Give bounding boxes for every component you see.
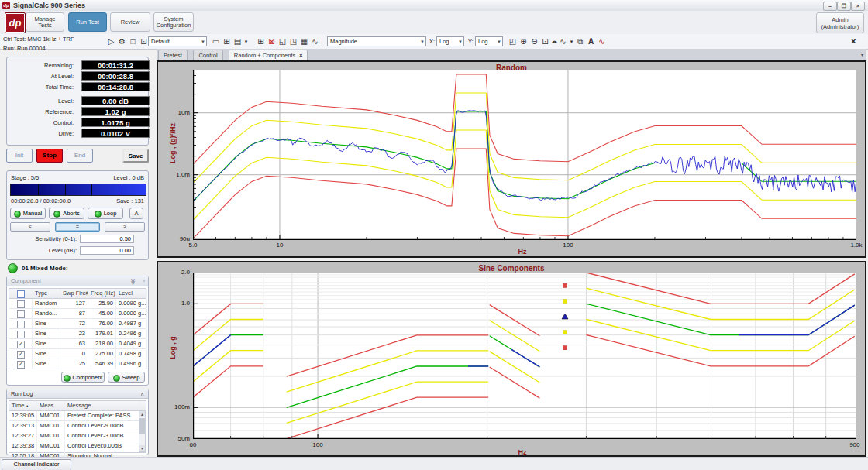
stop-square-icon[interactable]: □ — [128, 36, 138, 46]
settings-gear-icon[interactable]: ⚙ — [117, 36, 127, 46]
new-layout-icon[interactable]: ▭ — [211, 36, 221, 46]
collapse-chevrons-icon[interactable]: ≫ — [128, 279, 137, 285]
x-scale-select[interactable]: Log▼ — [436, 36, 464, 46]
zoom-in-icon[interactable]: ⊕ — [518, 36, 529, 46]
component-table-row[interactable]: Random12725.900.0090 g... — [9, 299, 146, 309]
run-log-col-header[interactable]: Meas — [37, 401, 65, 410]
delete-graph-icon[interactable]: ⊠ — [267, 36, 277, 46]
scroll-thumb[interactable] — [140, 418, 145, 434]
fit-scale-icon[interactable]: ◰ — [508, 36, 518, 46]
chart-tab-control[interactable]: Control — [193, 50, 222, 61]
close-pane-icon[interactable]: × — [851, 36, 856, 46]
checkbox-icon[interactable]: ✓ — [17, 361, 25, 369]
restore-button[interactable]: ❐ — [837, 2, 851, 11]
pin-icon[interactable]: ▫ — [143, 276, 145, 286]
ctrl-button-init[interactable]: Init — [6, 149, 33, 163]
add-window-icon[interactable]: ⊞ — [222, 36, 232, 46]
harmonic-cursor-icon[interactable]: ∿ — [597, 36, 607, 46]
collapse-chevron-icon[interactable]: ∧ — [140, 389, 144, 399]
function-select[interactable]: Magnitude▼ — [327, 36, 426, 46]
random-chart-plot[interactable] — [193, 70, 856, 240]
run-log-row[interactable]: 12:39:13MMC01Control Level:-9.00dB — [9, 421, 146, 431]
component-table-row[interactable]: Sine7276.000.4987 g — [9, 319, 146, 329]
component-checkbox-cell[interactable]: ✓ — [9, 349, 33, 359]
restore-window-icon[interactable]: ◱ — [277, 36, 288, 46]
chart-tab-pretest[interactable]: Pretest — [158, 50, 188, 61]
level-label: Level: — [7, 98, 74, 105]
run-log-row[interactable]: 12:39:38MMC01Control Level:0.00dB — [9, 441, 146, 451]
ctrl-button-stop[interactable]: Stop — [36, 149, 63, 163]
zoom-out-icon[interactable]: ⊖ — [529, 36, 539, 46]
component-table-row[interactable]: ✓Sine0275.000.7498 g — [9, 349, 146, 359]
minimize-window-icon[interactable]: ◳ — [288, 36, 298, 46]
component-checkbox-cell[interactable] — [9, 309, 33, 318]
checkbox-icon[interactable] — [17, 321, 25, 328]
checkbox-icon[interactable] — [17, 331, 25, 338]
timer-value: 00:00:28.8 — [81, 71, 150, 81]
nav-button-hold[interactable]: = — [55, 222, 100, 232]
toggle-loop[interactable]: Loop — [88, 208, 123, 219]
scroll-down-icon[interactable]: ▼ — [140, 445, 145, 451]
ribbon-tab-review[interactable]: Review — [110, 12, 150, 32]
component-checkbox-cell[interactable]: ✓ — [9, 339, 33, 348]
chart-tab-label: Pretest — [164, 52, 182, 59]
component-checkbox-cell[interactable]: ✓ — [9, 359, 33, 369]
checkbox-icon[interactable]: ✓ — [17, 341, 25, 348]
overlay-traces-icon[interactable]: ∿ — [310, 36, 320, 46]
nav-button-next[interactable]: > — [105, 222, 145, 232]
sine-chart-plot[interactable] — [193, 273, 856, 439]
ribbon-tab-manage-tests[interactable]: Manage Tests — [26, 12, 64, 32]
minimize-button[interactable]: – — [823, 2, 837, 11]
button-sweep[interactable]: Sweep — [108, 372, 145, 383]
component-panel-header[interactable]: Component ≫ ▫ — [7, 276, 148, 286]
run-log-row[interactable]: 12:39:27MMC01Control Level:-3.00dB — [9, 431, 146, 441]
channel-indicator-button[interactable]: Channel Indicator — [2, 459, 71, 470]
peak-hold-button[interactable]: Λ — [129, 208, 143, 219]
component-table-row[interactable]: ✓Sine63218.000.4049 g — [9, 339, 146, 349]
toggle-manual[interactable]: Manual — [10, 208, 46, 219]
zoom-box-icon[interactable]: ⊡ — [540, 36, 550, 46]
run-log-col-header[interactable]: Time ▲ — [9, 401, 37, 410]
arrange-windows-icon[interactable]: ▦ — [299, 36, 309, 46]
run-log-header[interactable]: Run Log ∧ — [7, 389, 148, 399]
chart-tab-random-components[interactable]: Random + Components× — [229, 50, 308, 61]
run-log-col-header[interactable]: Message — [65, 401, 140, 410]
ctrl-button-save[interactable]: Save — [122, 149, 149, 163]
scroll-up-icon[interactable]: ▲ — [140, 411, 145, 417]
button-component[interactable]: Component — [61, 372, 105, 383]
component-checkbox-cell[interactable] — [9, 299, 33, 308]
run-log-scrollbar[interactable]: ▲ ▼ — [139, 410, 146, 452]
layout-select[interactable]: Default▼ — [148, 36, 207, 46]
layout-dropdown-arrow[interactable]: ▾ — [243, 36, 249, 46]
open-layout-icon[interactable]: ▤ — [232, 36, 243, 46]
annotation-icon[interactable]: A — [586, 36, 596, 46]
checkbox-icon[interactable] — [17, 310, 25, 318]
add-graph-icon[interactable]: ⊞ — [256, 36, 266, 46]
checkbox-icon[interactable] — [17, 300, 25, 308]
run-icon[interactable]: ▷ — [106, 36, 116, 46]
component-checkbox-cell[interactable] — [9, 329, 33, 338]
stage-group: Stage : 5/5 Level : 0 dB 00:00:28.8 / 00… — [6, 170, 149, 260]
close-tab-icon[interactable]: × — [299, 53, 302, 58]
tab-overflow-icon[interactable]: ▾ — [861, 52, 863, 57]
component-table-row[interactable]: ✓Sine25546.390.4996 g — [9, 359, 146, 369]
admin-user-button[interactable]: Admin (Administrator) — [816, 12, 864, 33]
run-log-row[interactable]: 12:39:05MMC01Pretest Complete: PASS — [9, 411, 146, 421]
component-checkbox-cell[interactable] — [9, 319, 33, 328]
ribbon-tab-system-configuration[interactable]: System Configuration — [153, 12, 194, 32]
pan-arrows-icon[interactable]: ◂▸ — [552, 36, 557, 46]
component-table-row[interactable]: Rando...8745.000.0000 g... — [9, 309, 146, 319]
field-input-sensitivity-0-1[interactable]: 0.50 — [80, 235, 134, 243]
link-cursors-icon[interactable]: ⧉ — [575, 36, 585, 46]
cursor-wave-dropdown-arrow[interactable]: ▾ — [569, 36, 574, 46]
field-input-level-db[interactable]: 0.00 — [80, 246, 134, 255]
toggle-aborts[interactable]: Aborts — [49, 208, 84, 219]
checkbox-icon[interactable]: ✓ — [17, 351, 25, 359]
component-table-row[interactable]: Sine23179.010.2496 g — [9, 329, 146, 339]
y-scale-select[interactable]: Log▼ — [475, 36, 503, 46]
cursor-wave-icon[interactable]: ∿ — [558, 36, 568, 46]
ctrl-button-end[interactable]: End — [67, 149, 93, 163]
ribbon-tab-run-test[interactable]: Run Test — [68, 12, 107, 32]
nav-button-prev[interactable]: < — [10, 222, 50, 232]
close-button[interactable]: × — [851, 2, 865, 11]
